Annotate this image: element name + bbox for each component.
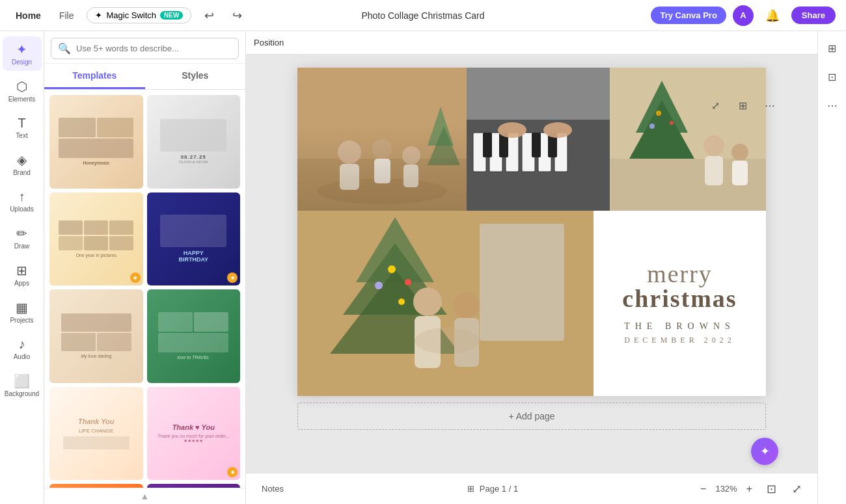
panel-expand-icon[interactable]: ▲ xyxy=(141,491,150,501)
card-text-panel: merry christmas THE BROWNS DECEMBER 2022 xyxy=(594,211,766,396)
svg-point-3 xyxy=(338,140,361,164)
sidebar-item-label-design: Design xyxy=(12,59,32,66)
svg-rect-1 xyxy=(297,159,467,211)
expand-icon-button[interactable]: ⤢ xyxy=(703,94,727,117)
sidebar-item-elements[interactable]: ⬡ Elements xyxy=(3,73,42,108)
zoom-level: 132% xyxy=(715,484,737,494)
topbar-left: Home File ✦ Magic Switch NEW ↩ ↪ xyxy=(10,6,247,25)
sidebar-item-projects[interactable]: ▦ Projects xyxy=(3,295,42,329)
apps-icon: ⊞ xyxy=(16,263,27,278)
undo-button[interactable]: ↩ xyxy=(199,6,219,25)
sidebar-item-label-draw: Draw xyxy=(14,243,29,250)
christmas-big-text: christmas xyxy=(622,286,737,311)
template-thumb-1[interactable]: Honeymoon xyxy=(49,95,143,189)
fullscreen-button[interactable]: ⤢ xyxy=(787,479,807,499)
tab-templates[interactable]: Templates xyxy=(44,64,145,89)
draw-icon: ✏ xyxy=(16,226,27,241)
zoom-out-button[interactable]: − xyxy=(696,482,710,496)
svg-point-2 xyxy=(317,178,447,204)
sidebar-item-uploads[interactable]: ↑ Uploads xyxy=(3,184,42,218)
template-thumb-4[interactable]: HAPPY BIRTHDAY ★ xyxy=(147,192,241,286)
uploads-icon: ↑ xyxy=(19,189,25,204)
svg-rect-35 xyxy=(732,161,748,185)
zoom-in-button[interactable]: + xyxy=(743,482,756,496)
bottom-center: ⊞ Page 1 / 1 xyxy=(467,484,518,494)
christmas-text-block: merry christmas xyxy=(622,261,737,311)
photo-2[interactable] xyxy=(467,68,610,211)
sidebar-item-draw[interactable]: ✏ Draw xyxy=(3,220,42,255)
svg-marker-10 xyxy=(428,126,460,165)
photo-big-svg xyxy=(297,211,594,396)
svg-point-7 xyxy=(402,146,420,165)
file-button[interactable]: File xyxy=(54,8,79,23)
panel-search: 🔍 xyxy=(44,31,245,64)
tab-styles[interactable]: Styles xyxy=(145,64,246,89)
sidebar-item-label-audio: Audio xyxy=(14,353,31,360)
template-thumb-6[interactable]: love to TRAVEL xyxy=(147,289,241,383)
svg-point-23 xyxy=(498,122,526,138)
search-input[interactable] xyxy=(76,44,232,53)
family-date: DECEMBER 2022 xyxy=(624,336,735,345)
notes-button[interactable]: Notes xyxy=(256,481,289,496)
sidebar-item-apps[interactable]: ⊞ Apps xyxy=(3,258,42,292)
show-pages-button[interactable]: ⊞ xyxy=(467,484,474,494)
canva-assistant-button[interactable]: ✦ xyxy=(751,438,778,465)
template-thumb-3[interactable]: One year in pictures ★ xyxy=(49,192,143,286)
svg-point-30 xyxy=(670,121,674,125)
template-thumb-5[interactable]: My love darling xyxy=(49,289,143,383)
sidebar-item-design[interactable]: ✦ Design xyxy=(3,36,42,71)
magic-switch-button[interactable]: ✦ Magic Switch NEW xyxy=(87,7,191,23)
svg-rect-50 xyxy=(297,211,594,396)
card-top-row xyxy=(297,68,766,211)
text-icon: T xyxy=(18,116,25,131)
card-bottom-row: merry christmas THE BROWNS DECEMBER 2022 xyxy=(297,211,766,396)
photo-1-svg xyxy=(297,68,467,211)
sidebar-item-text[interactable]: T Text xyxy=(3,111,42,144)
position-button[interactable]: Position xyxy=(254,38,284,47)
svg-point-24 xyxy=(543,122,572,138)
svg-point-34 xyxy=(731,144,748,161)
svg-rect-6 xyxy=(374,159,390,183)
main-layout: ✦ Design ⬡ Elements T Text ◈ Brand ↑ Upl… xyxy=(0,31,846,504)
sidebar-item-background[interactable]: ⬜ Background xyxy=(3,368,42,403)
template-thumb-2[interactable]: 08.27.25 OLIVIA & KEVIN xyxy=(147,95,241,189)
grid-icon-button[interactable]: ⊞ xyxy=(731,94,754,117)
fit-screen-button[interactable]: ⊡ xyxy=(761,479,782,499)
photo-big[interactable] xyxy=(297,211,594,396)
template-thumb-7[interactable]: Thank You LIFE CHANGE xyxy=(49,387,143,481)
svg-point-32 xyxy=(703,135,724,156)
projects-icon: ▦ xyxy=(16,300,28,315)
bottom-right: − 132% + ⊡ ⤢ xyxy=(696,479,807,499)
right-expand-button[interactable]: ⊞ xyxy=(821,36,844,60)
merry-text: merry xyxy=(622,261,737,286)
add-page-button[interactable]: + Add page xyxy=(297,403,766,430)
sidebar-item-label-background: Background xyxy=(5,390,39,397)
bell-icon-button[interactable]: 🔔 xyxy=(760,6,785,25)
sidebar-item-audio[interactable]: ♪ Audio xyxy=(3,332,42,365)
photo-1[interactable] xyxy=(297,68,467,211)
svg-point-5 xyxy=(372,139,392,159)
brand-icon: ◈ xyxy=(17,152,27,168)
family-name: THE BROWNS xyxy=(624,321,735,332)
right-more-button[interactable]: ⋯ xyxy=(821,94,844,117)
redo-button[interactable]: ↪ xyxy=(227,6,247,25)
try-pro-button[interactable]: Try Canva Pro xyxy=(651,7,726,24)
sidebar-item-label-elements: Elements xyxy=(8,96,36,103)
template-thumb-8[interactable]: Thank ♥ You Thank you so much for your o… xyxy=(147,387,241,481)
more-icon-button[interactable]: ⋯ xyxy=(758,94,782,117)
sidebar-item-label-uploads: Uploads xyxy=(10,206,34,213)
templates-panel: 🔍 Templates Styles Honeymoon xyxy=(44,31,246,504)
right-copy-button[interactable]: ⊡ xyxy=(821,65,844,88)
home-button[interactable]: Home xyxy=(10,8,46,23)
share-button[interactable]: Share xyxy=(791,7,836,24)
sidebar-item-label-brand: Brand xyxy=(13,169,31,176)
svg-point-29 xyxy=(656,111,661,116)
topbar: Home File ✦ Magic Switch NEW ↩ ↪ Photo C… xyxy=(0,0,846,31)
template-thumb-10[interactable]: Happy Birthday 🎈 🎈 xyxy=(147,484,241,488)
card-content: merry christmas THE BROWNS DECEMBER 2022 xyxy=(297,68,766,396)
sidebar-item-label-text: Text xyxy=(16,132,27,139)
template-grid: Honeymoon 08.27.25 OLIVIA & KEVIN xyxy=(49,95,240,488)
sidebar-item-brand[interactable]: ◈ Brand xyxy=(3,147,42,181)
template-thumb-9[interactable]: Thank You FOR YOUR SUPPORT xyxy=(49,484,143,488)
photo-3[interactable] xyxy=(610,68,766,211)
